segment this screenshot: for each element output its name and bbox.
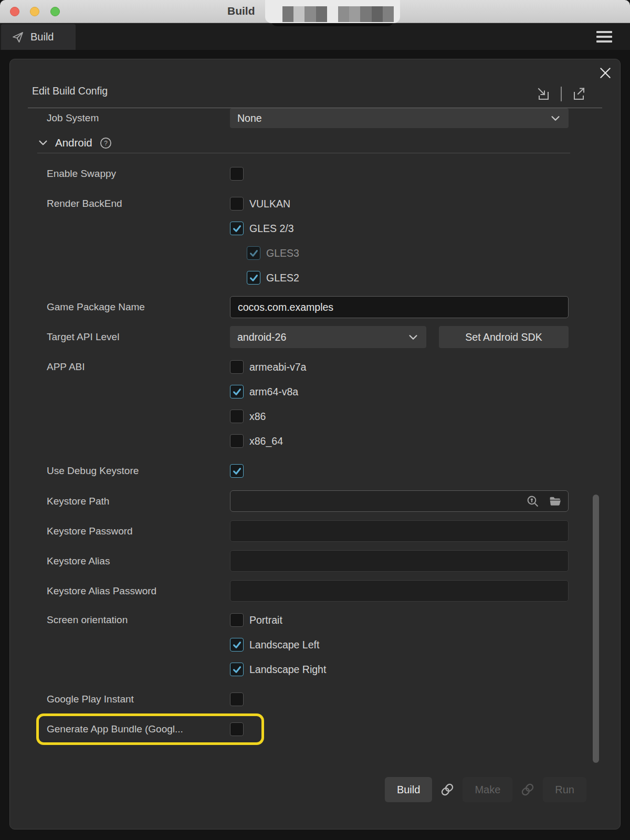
armeabi-v7a-checkbox[interactable] [230, 360, 244, 374]
render-backend-options: VULKANGLES 2/3GLES3GLES2 [230, 197, 569, 285]
import-icon[interactable] [536, 87, 550, 101]
gles2-checkbox[interactable] [247, 271, 260, 285]
row-use-debug-keystore: Use Debug Keystore [47, 464, 620, 478]
keystore-alias-input[interactable] [230, 550, 569, 572]
checkbox-option-gles3: GLES3 [247, 246, 569, 260]
app-abi-options: armeabi-v7aarm64-v8ax86x86_64 [230, 360, 569, 448]
svg-text:?: ? [104, 139, 108, 146]
row-keystore-path: Keystore Path [47, 490, 620, 512]
checkbox-option-x86: x86 [230, 410, 569, 423]
dialog-scrollbar[interactable] [593, 495, 599, 763]
landscape-left-label: Landscape Left [249, 639, 319, 651]
x86-64-checkbox[interactable] [230, 434, 244, 448]
armeabi-v7a-label: armeabi-v7a [249, 361, 306, 373]
screen-orientation-label: Screen orientation [47, 613, 230, 627]
run-button[interactable]: Run [543, 777, 586, 802]
keystore-password-label: Keystore Password [47, 520, 230, 542]
keystore-path-field [230, 490, 569, 512]
row-app-abi: APP ABI armeabi-v7aarm64-v8ax86x86_64 [47, 360, 620, 448]
arm64-v8a-checkbox[interactable] [230, 385, 244, 398]
export-icon[interactable] [572, 87, 586, 101]
landscape-right-label: Landscape Right [249, 664, 326, 676]
checkbox-option-x86-64: x86_64 [230, 434, 569, 448]
landscape-left-checkbox[interactable] [230, 638, 244, 652]
minimize-window-button[interactable] [30, 7, 39, 16]
x86-64-label: x86_64 [249, 435, 283, 447]
chevron-down-icon [407, 331, 419, 343]
portrait-checkbox[interactable] [230, 613, 244, 627]
target-api-level-select[interactable]: android-26 [230, 326, 426, 348]
row-job-system: Job System None [47, 108, 620, 133]
macos-titlebar: Build [0, 0, 630, 23]
checkbox-option-arm64-v8a: arm64-v8a [230, 385, 569, 398]
keystore-alias-password-label: Keystore Alias Password [47, 580, 230, 602]
keystore-alias-password-input[interactable] [230, 580, 569, 602]
x86-checkbox[interactable] [230, 410, 244, 423]
use-debug-keystore-label: Use Debug Keystore [47, 464, 230, 478]
generate-app-bundle-label: Generate App Bundle (Googl... [47, 722, 230, 736]
folder-icon[interactable] [549, 495, 562, 508]
hamburger-menu-icon[interactable] [596, 31, 612, 43]
keystore-alias-label: Keystore Alias [47, 550, 230, 572]
section-android[interactable]: Android ? [37, 133, 570, 153]
paper-plane-icon [12, 31, 24, 44]
target-api-level-value: android-26 [237, 331, 286, 343]
game-package-name-label: Game Package Name [47, 296, 230, 318]
row-target-api-level: Target API Level android-26 Set Android … [47, 326, 620, 348]
gles3-checkbox[interactable] [247, 246, 260, 260]
build-button[interactable]: Build [385, 777, 432, 802]
gles-2-3-checkbox[interactable] [230, 222, 244, 235]
app-abi-label: APP ABI [47, 360, 230, 374]
target-api-level-label: Target API Level [47, 326, 230, 348]
checkbox-option-portrait: Portrait [230, 613, 569, 627]
chevron-down-icon [550, 112, 561, 124]
link-icon [520, 782, 536, 797]
row-enable-swappy: Enable Swappy [47, 167, 620, 181]
enable-swappy-label: Enable Swappy [47, 167, 230, 181]
google-play-instant-checkbox[interactable] [230, 692, 244, 706]
editor-tab-bar: Build [0, 23, 630, 50]
tab-build[interactable]: Build [1, 24, 76, 50]
job-system-value: None [237, 112, 262, 124]
window-title: Build [227, 0, 255, 23]
link-icon [439, 782, 455, 797]
google-play-instant-label: Google Play Instant [47, 692, 230, 706]
game-package-name-input[interactable] [230, 296, 569, 318]
dialog-footer: Build Make Run [47, 777, 620, 802]
portrait-label: Portrait [249, 614, 282, 626]
set-android-sdk-button[interactable]: Set Android SDK [439, 326, 569, 348]
landscape-right-checkbox[interactable] [230, 663, 244, 676]
checkbox-option-gles2: GLES2 [247, 271, 569, 285]
keystore-path-label: Keystore Path [47, 490, 230, 512]
row-screen-orientation: Screen orientation PortraitLandscape Lef… [47, 613, 620, 676]
make-button[interactable]: Make [463, 777, 512, 802]
row-keystore-alias-password: Keystore Alias Password [47, 580, 620, 602]
row-render-backend: Render BackEnd VULKANGLES 2/3GLES3GLES2 [47, 197, 620, 285]
job-system-label: Job System [47, 108, 230, 128]
checkbox-option-landscape-left: Landscape Left [230, 638, 569, 652]
close-window-button[interactable] [10, 7, 19, 16]
search-locate-icon[interactable] [526, 495, 539, 508]
keystore-password-input[interactable] [230, 520, 569, 542]
generate-app-bundle-checkbox[interactable] [230, 722, 244, 736]
keystore-path-input[interactable] [233, 491, 517, 511]
zoom-window-button[interactable] [50, 7, 60, 16]
gles2-label: GLES2 [266, 272, 299, 284]
checkbox-option-vulkan: VULKAN [230, 197, 569, 211]
row-keystore-password: Keystore Password [47, 520, 620, 542]
checkbox-option-armeabi-v7a: armeabi-v7a [230, 360, 569, 374]
job-system-select[interactable]: None [230, 108, 569, 128]
close-icon[interactable] [598, 66, 612, 80]
gles3-label: GLES3 [266, 247, 299, 259]
section-android-label: Android [55, 136, 92, 149]
edit-build-config-dialog: Edit Build Config Job System None [9, 59, 621, 830]
dialog-body: Job System None Android ? Enable Swappy [10, 108, 620, 802]
vulkan-label: VULKAN [249, 198, 290, 210]
question-circle-icon[interactable]: ? [100, 137, 112, 149]
arm64-v8a-label: arm64-v8a [249, 386, 298, 398]
vulkan-checkbox[interactable] [230, 197, 244, 211]
enable-swappy-checkbox[interactable] [230, 167, 244, 181]
tab-build-label: Build [30, 31, 54, 43]
chevron-down-icon[interactable] [37, 137, 49, 149]
use-debug-keystore-checkbox[interactable] [230, 464, 244, 478]
